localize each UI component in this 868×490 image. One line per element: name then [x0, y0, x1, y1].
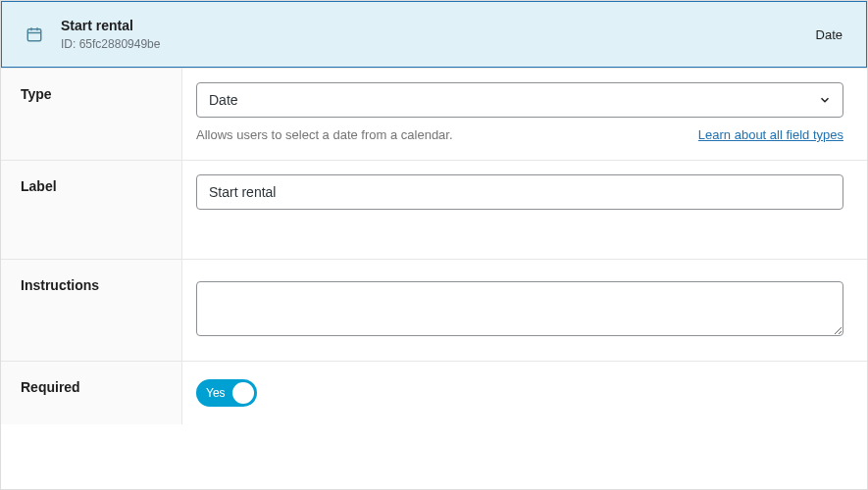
field-header[interactable]: Start rental ID: 65fc2880949be Date — [1, 1, 867, 68]
svg-rect-0 — [27, 29, 41, 41]
settings-rows: Type Date Allows users to select a date … — [1, 68, 867, 489]
required-toggle-knob — [232, 382, 254, 404]
row-label: Label — [1, 160, 867, 259]
row-required: Required Yes — [1, 361, 867, 424]
row-type-label: Type — [1, 69, 182, 160]
learn-field-types-link[interactable]: Learn about all field types — [698, 127, 843, 142]
instructions-textarea[interactable] — [196, 281, 843, 336]
row-instructions: Instructions — [1, 259, 867, 361]
row-required-label: Required — [1, 362, 182, 424]
row-instructions-label: Instructions — [1, 260, 182, 361]
field-type-badge: Date — [816, 27, 842, 42]
type-select-wrap: Date — [196, 82, 843, 118]
row-label-label: Label — [1, 161, 182, 259]
required-toggle[interactable]: Yes — [196, 379, 257, 407]
row-type: Type Date Allows users to select a date … — [1, 68, 867, 160]
type-select[interactable]: Date — [196, 82, 843, 118]
type-help-row: Allows users to select a date from a cal… — [196, 127, 843, 142]
type-help-text: Allows users to select a date from a cal… — [196, 127, 453, 142]
required-toggle-label: Yes — [206, 386, 226, 400]
row-label-control — [182, 161, 867, 227]
row-required-control: Yes — [182, 362, 867, 424]
label-input[interactable] — [196, 174, 843, 210]
row-type-control: Date Allows users to select a date from … — [182, 69, 867, 160]
field-title: Start rental — [61, 18, 798, 33]
field-id: ID: 65fc2880949be — [61, 37, 798, 51]
field-header-titles: Start rental ID: 65fc2880949be — [61, 18, 798, 51]
field-settings-panel: Start rental ID: 65fc2880949be Date Type… — [0, 0, 868, 490]
calendar-icon — [26, 25, 43, 43]
row-instructions-control — [182, 260, 867, 361]
